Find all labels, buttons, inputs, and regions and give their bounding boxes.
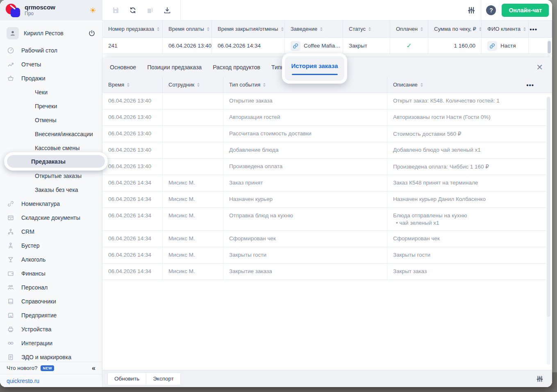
table-row[interactable]: 06.04.2026 13:40 Добавление блюда Добавл… [102, 142, 546, 159]
table-row[interactable]: 06.04.2026 13:40 Произведена оплата Прои… [102, 159, 546, 175]
sidebar-item-crm[interactable]: CRM [0, 225, 102, 239]
tab-istoriya-zakaza[interactable]: История заказа [285, 56, 344, 81]
venue-link-icon[interactable] [291, 41, 300, 51]
integrations-icon [7, 340, 15, 347]
sort-icon[interactable] [127, 83, 130, 87]
sort-icon[interactable] [281, 27, 284, 31]
order-detail-panel: Основное Позиции предзаказа Расход проду… [102, 57, 552, 387]
cell-time: 06.04.2026 14:34 [102, 247, 163, 263]
online-chat-button[interactable]: Онлайн-чат [502, 4, 549, 17]
sidebar-item-sklad[interactable]: Складские документы [0, 211, 102, 225]
quickresto-site-link[interactable]: quickresto.ru [7, 378, 39, 384]
sort-icon[interactable] [263, 83, 266, 87]
columns-menu-icon[interactable]: ••• [526, 82, 534, 89]
sidebar-item-reports[interactable]: Отчеты [0, 57, 102, 71]
sort-icon[interactable] [421, 27, 423, 31]
sidebar-item-otmeny[interactable]: Отмены [0, 113, 102, 127]
tab-osnovnoe[interactable]: Основное [110, 64, 136, 71]
cell-description: Произведена оплата: Чиббис 1 160 ₽ [387, 159, 546, 175]
sort-icon[interactable] [320, 27, 323, 31]
org-name: qrmoscow [25, 4, 55, 11]
download-icon[interactable] [161, 5, 173, 16]
column-header-employee[interactable]: Сотрудник [163, 77, 223, 93]
table-row[interactable]: 06.04.2026 14:34 Мисикс М. Назначен курь… [102, 191, 546, 208]
sidebar-item-zakazy-bez-cheka[interactable]: Заказы без чека [0, 183, 102, 197]
sort-icon[interactable] [207, 27, 209, 31]
copy-icon[interactable] [144, 5, 156, 16]
table-settings-icon[interactable] [462, 0, 481, 21]
sort-icon[interactable] [197, 83, 200, 87]
column-header-paid-time[interactable]: Время оплаты [163, 21, 212, 37]
table-row[interactable]: 06.04.2026 14:34 Мисикс М. Заказ принят … [102, 175, 546, 191]
close-icon[interactable]: ✕ [536, 62, 543, 72]
sort-icon[interactable] [157, 27, 159, 31]
sidebar-item-personal[interactable]: Персонал [0, 280, 102, 294]
sidebar-item-integracii[interactable]: Интеграции [0, 336, 102, 350]
sort-icon[interactable] [479, 27, 482, 31]
sort-icon[interactable] [421, 83, 423, 87]
nomenclature-icon [7, 200, 15, 207]
cell-description: Сформирован чек [387, 231, 546, 247]
save-icon[interactable] [110, 5, 121, 16]
column-header-client[interactable]: ФИО клиента [482, 21, 529, 37]
logout-power-icon[interactable] [88, 30, 95, 37]
column-header-number[interactable]: Номер предзаказа [102, 21, 163, 37]
table-row[interactable]: 06.04.2026 13:40 Авторизация гостей Авто… [102, 109, 546, 126]
column-header-paid[interactable]: Оплачен [390, 21, 428, 37]
columns-menu-icon[interactable]: ••• [530, 26, 537, 33]
cell-total: 1 160,00 [428, 38, 482, 54]
sidebar-item-otkrytye-zakazy[interactable]: Открытые заказы [0, 169, 102, 183]
refresh-icon[interactable] [127, 5, 139, 16]
devices-icon [7, 326, 15, 333]
sidebar-item-predzakazy[interactable]: Предзаказы [7, 155, 105, 168]
theme-brightness-icon[interactable]: ☀ [89, 6, 96, 15]
tab-pozicii[interactable]: Позиции предзаказа [147, 64, 202, 71]
column-header-venue[interactable]: Заведение [285, 21, 343, 37]
table-row[interactable]: 06.04.2026 14:34 Мисикс М. Закрыты гости… [102, 247, 546, 264]
edo-icon [7, 353, 15, 361]
collapse-sidebar-icon[interactable]: « [92, 365, 95, 372]
crm-icon [7, 228, 15, 235]
column-header-time[interactable]: Время [102, 77, 163, 93]
warehouse-icon [7, 214, 15, 221]
column-header-total[interactable]: Сумма по чеку, ₽ [428, 21, 482, 37]
dashboard-icon [7, 47, 15, 54]
table-row[interactable]: 241 06.04.2026 13:40 06.04.2026 14:34 Co… [102, 38, 552, 54]
cell-time: 06.04.2026 13:40 [102, 159, 163, 175]
sidebar-item-buster[interactable]: Бустер [0, 239, 102, 253]
user-row[interactable]: Кирилл Рестов [0, 24, 102, 43]
whats-new-link[interactable]: Что нового? [7, 365, 37, 371]
sidebar-item-sales[interactable]: Продажи [0, 71, 102, 85]
export-button[interactable]: Экспорт [146, 373, 180, 385]
sidebar-item-precheki[interactable]: Пречеки [0, 99, 102, 113]
sort-icon[interactable] [523, 27, 526, 31]
sidebar-item-ustroystva[interactable]: Устройства [0, 322, 102, 336]
sidebar-item-finansy[interactable]: Финансы [0, 267, 102, 280]
sidebar-item-predpriyatie[interactable]: Предприятие [0, 308, 102, 322]
history-scrollbar[interactable] [547, 96, 550, 365]
app-window: qrmoscow Про ☀ Кирилл Рестов Рабочий сто… [0, 0, 552, 387]
column-header-status[interactable]: Статус [343, 21, 390, 37]
refresh-button[interactable]: Обновить [108, 373, 146, 385]
table-row[interactable]: 06.04.2026 14:34 Мисикс М. Сформирован ч… [102, 231, 546, 247]
cell-event: Закрыты гости [223, 247, 387, 263]
client-link-icon[interactable] [487, 41, 497, 51]
cell-employee: Мисикс М. [163, 191, 223, 207]
table-row[interactable]: 06.04.2026 14:34 Мисикс М. Закрытие зака… [102, 264, 546, 280]
sidebar-item-spravochniki[interactable]: Справочники [0, 294, 102, 308]
table-row[interactable]: 06.04.2026 14:34 Мисикс М. Отправка блюд… [102, 208, 546, 231]
references-icon [7, 298, 15, 305]
sidebar-item-nomenklatura[interactable]: Номенклатура [0, 197, 102, 211]
table-row[interactable]: 06.04.2026 13:40 Рассчитана стоимость до… [102, 126, 546, 142]
table-row[interactable]: 06.04.2026 13:40 Открытие заказа Открыт … [102, 93, 546, 109]
sidebar-item-vneseniya[interactable]: Внесения/инкассации [0, 127, 102, 141]
sidebar-item-cheki[interactable]: Чеки [0, 85, 102, 99]
help-icon[interactable]: ? [486, 5, 496, 15]
sidebar-item-alkogol[interactable]: Алкоголь [0, 253, 102, 267]
table-settings-icon[interactable] [532, 375, 547, 383]
column-header-close-time[interactable]: Время закрытия/отмены [212, 21, 285, 37]
tab-rashod[interactable]: Расход продуктов [213, 64, 260, 71]
sidebar-item-dashboard[interactable]: Рабочий стол [0, 43, 102, 57]
sort-icon[interactable] [368, 27, 371, 31]
alcohol-icon [7, 256, 15, 263]
